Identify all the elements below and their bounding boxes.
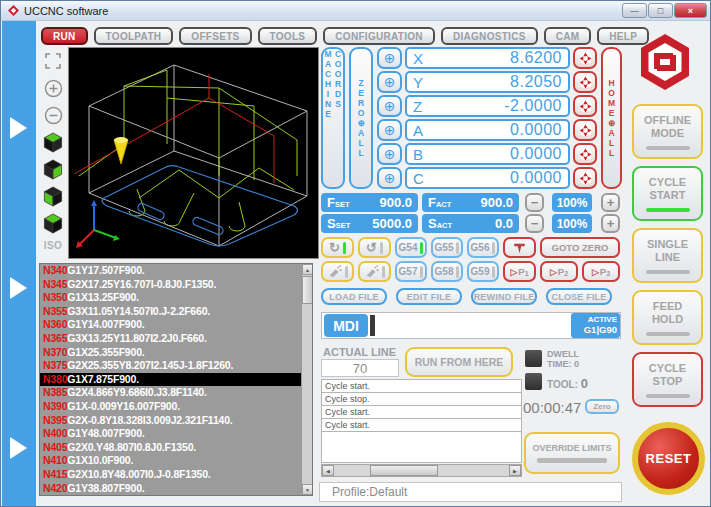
mdi-button[interactable]: MDI	[324, 314, 368, 337]
feed-hold-button[interactable]: FEED HOLD	[632, 290, 703, 345]
scroll-right-icon[interactable]: ▶	[509, 465, 521, 476]
spindle-override-minus-button[interactable]: −	[525, 214, 544, 233]
spindle-ccw-button[interactable]: ↺	[358, 237, 391, 258]
mdi-input[interactable]: MDI ACTIVE G1|G90	[321, 312, 621, 339]
toolpath-viewport[interactable]	[68, 47, 319, 259]
home-z-button[interactable]	[573, 95, 597, 117]
scroll-up-icon[interactable]: ▲	[302, 264, 313, 275]
zoom-in-icon[interactable]	[43, 78, 63, 98]
scrollbar-thumb[interactable]	[370, 465, 438, 476]
goto-p2-button[interactable]: ▷ P2	[540, 261, 578, 282]
zero-a-button[interactable]: ⊕	[377, 119, 402, 141]
scroll-left-icon[interactable]: ◀	[322, 465, 334, 476]
zero-y-button[interactable]: ⊕	[377, 71, 402, 93]
flyout-arrow-icon[interactable]	[10, 277, 27, 299]
feed-override-plus-button[interactable]: +	[601, 193, 620, 212]
tool-probe-button[interactable]	[503, 237, 536, 258]
tab-toolpath[interactable]: TOOLPATH	[94, 27, 174, 45]
home-y-button[interactable]	[573, 71, 597, 93]
gcode-line[interactable]: N415G2X10.8Y48.007I0.J-0.8F1350.	[40, 468, 312, 482]
status-indicator	[420, 242, 423, 254]
gcode-line[interactable]: N355G3X11.05Y14.507I0.J-2.2F660.	[40, 305, 312, 319]
view-front-icon[interactable]	[43, 159, 63, 179]
maximize-button[interactable]: □	[648, 3, 673, 18]
gcode-line[interactable]: N420G1Y38.807F900.	[40, 482, 312, 496]
coolant-flood-button[interactable]	[321, 261, 354, 282]
gcode-list[interactable]: N340G1Y17.507F900.N345G2X17.25Y16.707I-0…	[39, 263, 313, 496]
cycle-stop-button[interactable]: CYCLE STOP	[632, 352, 703, 407]
minimize-button[interactable]: —	[622, 3, 647, 18]
home-c-button[interactable]	[573, 167, 597, 189]
gcode-line[interactable]: N340G1Y17.507F900.	[40, 264, 312, 278]
single-line-button[interactable]: SINGLE LINE	[632, 228, 703, 283]
home-a-button[interactable]	[573, 119, 597, 141]
coolant-mist-button[interactable]	[358, 261, 391, 282]
feed-override-minus-button[interactable]: −	[525, 193, 544, 212]
view-iso-icon[interactable]	[43, 213, 63, 233]
tab-diagnostics[interactable]: DIAGNOSTICS	[441, 27, 538, 45]
view-top-icon[interactable]	[43, 132, 63, 152]
zero-x-button[interactable]: ⊕	[377, 47, 402, 69]
g54-button[interactable]: G54	[395, 237, 427, 258]
g57-button[interactable]: G57	[395, 261, 427, 282]
rewind-file-button[interactable]: REWIND FILE	[471, 288, 537, 305]
tab-run[interactable]: RUN	[41, 27, 88, 45]
gcode-line[interactable]: N365G3X13.25Y11.807I2.2J0.F660.	[40, 332, 312, 346]
gcode-line[interactable]: N395G2X-0.8Y18.328I3.009J2.321F1140.	[40, 414, 312, 428]
tab-offsets[interactable]: OFFSETS	[179, 27, 251, 45]
iso-view-button[interactable]: ISO	[44, 240, 63, 251]
log-scrollbar[interactable]: ◀ ▶	[321, 464, 522, 477]
goto-zero-button[interactable]: GOTO ZERO	[540, 237, 620, 258]
zoom-out-icon[interactable]	[43, 105, 63, 125]
scrollbar-thumb[interactable]	[302, 276, 313, 304]
flyout-arrow-icon[interactable]	[10, 437, 27, 459]
tab-cam[interactable]: CAM	[544, 27, 592, 45]
g56-button[interactable]: G56	[467, 237, 499, 258]
spindle-override-plus-button[interactable]: +	[601, 214, 620, 233]
close-file-button[interactable]: CLOSE FILE	[546, 288, 612, 305]
tab-configuration[interactable]: CONFIGURATION	[323, 27, 435, 45]
zero-all-button[interactable]: ZERO⊕ALL	[349, 47, 373, 189]
gcode-line[interactable]: N375G2X25.355Y8.207I2.145J-1.8F1260.	[40, 359, 312, 373]
override-limits-button[interactable]: OVERRIDE LIMITS	[524, 432, 620, 474]
gcode-line[interactable]: N385G2X4.866Y9.686I0.J3.8F1140.	[40, 386, 312, 400]
goto-p3-button[interactable]: ▷ P3	[582, 261, 620, 282]
run-from-here-button[interactable]: RUN FROM HERE	[405, 347, 513, 377]
g58-button[interactable]: G58	[431, 261, 463, 282]
gcode-line[interactable]: N380G1X7.875F900.	[40, 373, 312, 387]
gcode-line[interactable]: N405G2X0.Y48.807I0.8J0.F1350.	[40, 441, 312, 455]
gcode-line[interactable]: N390G1X-0.009Y16.007F900.	[40, 400, 312, 414]
scroll-down-icon[interactable]: ▼	[302, 484, 313, 495]
gcode-line[interactable]: N345G2X17.25Y16.707I-0.8J0.F1350.	[40, 278, 312, 292]
load-file-button[interactable]: LOAD FILE	[321, 288, 387, 305]
timer-zero-button[interactable]: Zero	[585, 399, 619, 414]
machine-coords-button[interactable]: MACHINE COORDS	[321, 47, 345, 189]
reset-button[interactable]: RESET	[632, 422, 705, 495]
gcode-line[interactable]: N350G1X13.25F900.	[40, 291, 312, 305]
spindle-cw-button[interactable]: ↻	[321, 237, 354, 258]
message-log[interactable]: Cycle start.Cycle stop.Cycle start.Cycle…	[321, 379, 522, 463]
g59-button[interactable]: G59	[467, 261, 499, 282]
fit-view-icon[interactable]	[43, 51, 63, 71]
home-all-button[interactable]: HOME⊕ALL	[601, 47, 622, 189]
home-b-button[interactable]	[573, 143, 597, 165]
g55-button[interactable]: G55	[431, 237, 463, 258]
flyout-arrow-icon[interactable]	[10, 117, 27, 139]
goto-p1-button[interactable]: ▷ P1	[503, 261, 536, 282]
zero-c-button[interactable]: ⊕	[377, 167, 402, 189]
button-label: RUN FROM HERE	[415, 356, 504, 368]
zero-z-button[interactable]: ⊕	[377, 95, 402, 117]
gcode-line[interactable]: N410G1X10.0F900.	[40, 454, 312, 468]
cycle-start-button[interactable]: CYCLE START	[632, 166, 703, 221]
close-button[interactable]: ×	[674, 3, 707, 18]
gcode-line[interactable]: N400G1Y48.007F900.	[40, 427, 312, 441]
gcode-scrollbar[interactable]: ▲ ▼	[301, 264, 312, 495]
offline-mode-button[interactable]: OFFLINE MODE	[632, 104, 703, 159]
gcode-line[interactable]: N360G1Y14.007F900.	[40, 318, 312, 332]
gcode-line[interactable]: N370G1X25.355F900.	[40, 346, 312, 360]
zero-b-button[interactable]: ⊕	[377, 143, 402, 165]
view-side-icon[interactable]	[43, 186, 63, 206]
tab-tools[interactable]: TOOLS	[258, 27, 318, 45]
home-x-button[interactable]	[573, 47, 597, 69]
edit-file-button[interactable]: EDIT FILE	[396, 288, 462, 305]
